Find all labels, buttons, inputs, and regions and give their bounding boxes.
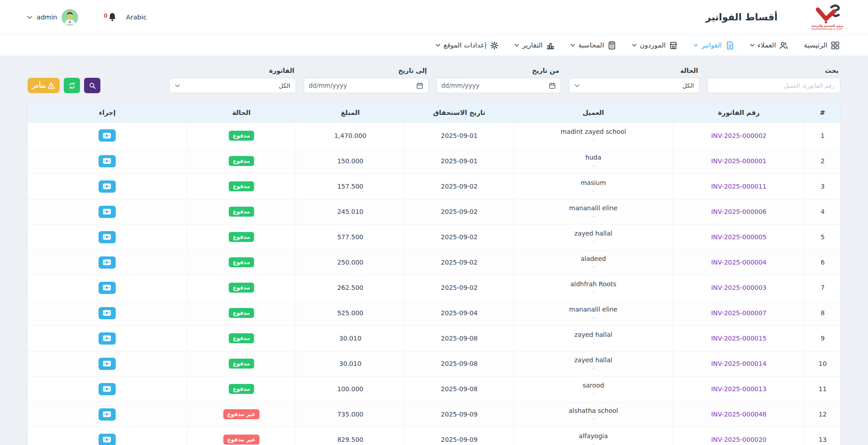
invoice-link[interactable]: INV-2025-000002 xyxy=(711,132,767,139)
user-avatar[interactable] xyxy=(61,9,78,26)
amount-value: 1,470.000 xyxy=(334,132,366,139)
table-row: 7 INV-2025-000003 aldhfrah Roots - 2025-… xyxy=(28,275,840,300)
nav-item-reports[interactable]: التقارير xyxy=(514,41,555,50)
page-title: أقساط الفواتير xyxy=(706,12,778,23)
from-date-input[interactable]: dd/mm/yyyy xyxy=(436,78,561,93)
user-menu-chevron-down-icon[interactable] xyxy=(27,16,32,19)
row-number: 7 xyxy=(821,284,825,291)
nav-label: الرئيسية xyxy=(804,41,827,49)
status-select[interactable]: الكل xyxy=(569,78,700,93)
status-badge: مدفوع xyxy=(229,384,254,394)
calendar-icon xyxy=(416,82,424,90)
invoice-link[interactable]: INV-2025-000003 xyxy=(711,284,767,291)
pay-installment-button[interactable] xyxy=(99,129,116,142)
invoice-select-value: الكل xyxy=(278,82,290,89)
search-button[interactable] xyxy=(84,78,100,93)
nav-item-accounting[interactable]: المحاسبة xyxy=(571,41,617,50)
status-badge: مدفوع xyxy=(229,359,254,369)
due-date: 2025-09-08 xyxy=(441,385,477,393)
invoice-link[interactable]: INV-2025-000015 xyxy=(711,335,767,342)
invoice-link[interactable]: INV-2025-000014 xyxy=(711,360,767,367)
pay-installment-button[interactable] xyxy=(99,231,116,243)
invoice-link[interactable]: INV-2025-000007 xyxy=(711,309,767,317)
invoice-link[interactable]: INV-2025-000004 xyxy=(711,259,767,266)
company-logo: مزون للتصميم والبرمجة MAZOONDESIGN & SOF… xyxy=(807,4,848,30)
late-filter-button[interactable]: متأخر xyxy=(28,78,60,93)
invoice-select[interactable]: الكل xyxy=(169,78,296,93)
filter-to-date: إلى تاريخ dd/mm/yyyy xyxy=(304,67,429,93)
invoice-link[interactable]: INV-2025-000020 xyxy=(711,436,767,443)
user-name[interactable]: admin xyxy=(37,14,57,21)
column-header-amount: المبلغ xyxy=(296,102,405,123)
amount-value: 262.500 xyxy=(337,284,363,291)
banknote-icon xyxy=(103,208,111,215)
amount-value: 157.500 xyxy=(337,183,363,190)
refresh-icon xyxy=(68,82,76,90)
customer-subtext: - xyxy=(514,390,673,397)
amount-value: 577.500 xyxy=(337,233,363,241)
customer-subtext: - xyxy=(514,441,673,445)
customer-subtext: - xyxy=(514,264,673,270)
filter-from-date: من تاريخ dd/mm/yyyy xyxy=(436,67,561,93)
warning-icon xyxy=(47,82,55,90)
table-row: 4 INV-2025-000006 mananalil eline - 2025… xyxy=(28,199,840,224)
due-date: 2025-09-02 xyxy=(441,233,477,241)
customer-subtext: - xyxy=(514,365,673,371)
pay-installment-button[interactable] xyxy=(99,155,116,167)
filter-invoice: الفاتورة الكل xyxy=(169,67,296,93)
nav-item-invoices[interactable]: الفواتير xyxy=(693,41,734,50)
column-header-customer: العميل xyxy=(514,102,673,123)
invoice-link[interactable]: INV-2025-000048 xyxy=(711,411,767,418)
refresh-button[interactable] xyxy=(64,78,80,93)
status-badge: مدفوع xyxy=(229,207,254,217)
amount-value: 245.010 xyxy=(337,208,363,215)
pay-installment-button[interactable] xyxy=(99,358,116,370)
status-badge: غير مدفوع xyxy=(223,409,260,419)
invoice-link[interactable]: INV-2025-000001 xyxy=(711,157,767,165)
notification-count-badge: 0 xyxy=(104,13,107,19)
chevron-down-icon xyxy=(571,44,575,47)
pay-installment-button[interactable] xyxy=(99,282,116,294)
accounting-icon xyxy=(607,41,617,50)
amount-value: 735.000 xyxy=(337,411,363,418)
row-number: 11 xyxy=(819,385,827,393)
notifications-button[interactable]: 0 xyxy=(104,12,117,22)
pay-installment-button[interactable] xyxy=(99,434,116,445)
nav-label: التقارير xyxy=(522,41,542,49)
pay-installment-button[interactable] xyxy=(99,206,116,218)
nav-item-home[interactable]: الرئيسية xyxy=(804,41,840,50)
language-selector[interactable]: Arabic xyxy=(126,14,147,21)
invoice-link[interactable]: INV-2025-000005 xyxy=(711,233,767,241)
amount-value: 525.000 xyxy=(337,309,363,317)
invoice-link[interactable]: INV-2025-000011 xyxy=(711,183,767,190)
row-number: 8 xyxy=(821,309,825,317)
pay-installment-button[interactable] xyxy=(99,180,116,193)
nav-item-customers[interactable]: العملاء xyxy=(750,41,789,50)
search-input[interactable] xyxy=(708,78,840,93)
user-zone: admin 0 Arabic xyxy=(27,9,147,26)
status-badge: مدفوع xyxy=(229,131,254,141)
table-row: 5 INV-2025-000005 zayed hallal - 2025-09… xyxy=(28,224,840,250)
to-date-input[interactable]: dd/mm/yyyy xyxy=(304,78,429,93)
pay-installment-button[interactable] xyxy=(99,383,116,395)
pay-installment-button[interactable] xyxy=(99,307,116,319)
table-row: 9 INV-2025-000015 zayed hallal - 2025-09… xyxy=(28,326,840,351)
amount-value: 829.500 xyxy=(337,436,363,443)
due-date: 2025-09-09 xyxy=(441,411,477,418)
invoice-link[interactable]: INV-2025-000013 xyxy=(711,385,767,393)
table-row: 3 INV-2025-000011 masium - 2025-09-02 15… xyxy=(28,174,840,199)
table-row: 12 INV-2025-000048 alshatha school - 202… xyxy=(28,402,840,427)
to-date-value: dd/mm/yyyy xyxy=(309,82,347,89)
nav-item-site-settings[interactable]: إعدادات الموقع xyxy=(436,41,499,50)
pay-installment-button[interactable] xyxy=(99,256,116,269)
banknote-icon xyxy=(103,360,111,367)
customer-name: zayed hallal xyxy=(514,331,673,338)
nav-item-suppliers[interactable]: الموردون xyxy=(632,41,678,50)
dashboard-icon xyxy=(830,41,840,50)
invoice-link[interactable]: INV-2025-000006 xyxy=(711,208,767,215)
banknote-icon xyxy=(103,234,111,240)
pay-installment-button[interactable] xyxy=(99,332,116,345)
status-badge: مدفوع xyxy=(229,257,254,267)
pay-installment-button[interactable] xyxy=(99,408,116,421)
row-number: 5 xyxy=(821,233,825,241)
